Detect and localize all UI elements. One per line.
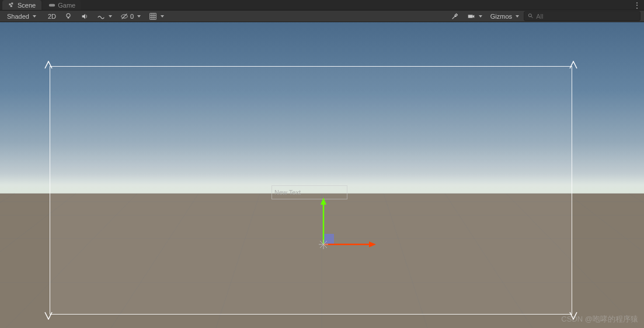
camera-icon <box>467 12 475 20</box>
effects-dropdown[interactable] <box>93 11 116 22</box>
eye-off-icon <box>120 12 128 20</box>
tabs-row: Scene Game ⋮ <box>0 0 644 11</box>
svg-rect-1 <box>11 2 13 4</box>
svg-rect-8 <box>468 15 472 18</box>
svg-point-4 <box>67 13 70 17</box>
shading-mode-label: Shaded <box>7 13 29 20</box>
tools-button[interactable] <box>447 11 462 22</box>
gizmos-label: Gizmos <box>490 13 512 20</box>
lightbulb-icon <box>64 12 72 20</box>
rect-handle-bl[interactable] <box>44 312 53 320</box>
rect-handle-br[interactable] <box>569 312 577 320</box>
shading-mode-dropdown[interactable]: Shaded <box>4 11 40 22</box>
grid-icon <box>149 12 157 20</box>
svg-rect-2 <box>11 5 12 7</box>
grid-dropdown[interactable] <box>145 11 168 22</box>
svg-rect-0 <box>9 4 11 5</box>
gizmos-dropdown[interactable]: Gizmos <box>487 11 523 22</box>
scene-viewport[interactable]: New Text CSDN @咆哮的程序猿 <box>0 22 644 328</box>
audio-toggle-button[interactable] <box>77 11 92 22</box>
search-input[interactable] <box>536 13 636 20</box>
svg-rect-3 <box>49 4 55 6</box>
rect-handle-tl[interactable] <box>44 61 53 69</box>
search-box[interactable] <box>524 11 640 21</box>
scene-icon <box>8 2 15 9</box>
2d-toggle-button[interactable]: 2D <box>44 11 60 22</box>
rect-handle-tr[interactable] <box>569 61 577 69</box>
canvas-rect-outline[interactable] <box>50 66 572 315</box>
svg-point-9 <box>528 14 531 17</box>
tools-icon <box>451 12 459 20</box>
tab-game-label: Game <box>58 2 75 9</box>
2d-toggle-label: 2D <box>48 13 56 20</box>
tab-scene[interactable]: Scene <box>2 0 41 10</box>
panel-menu-icon[interactable]: ⋮ <box>633 1 640 10</box>
tab-scene-label: Scene <box>18 2 36 9</box>
svg-rect-5 <box>68 17 69 18</box>
effects-icon <box>97 12 105 20</box>
hidden-objects-dropdown[interactable]: 0 <box>117 11 144 22</box>
tab-game[interactable]: Game <box>43 0 81 10</box>
svg-line-10 <box>531 16 533 18</box>
scene-toolbar: Shaded 2D 0 Gizmos <box>0 11 644 22</box>
lighting-toggle-button[interactable] <box>61 11 76 22</box>
game-icon <box>48 2 55 9</box>
camera-dropdown[interactable] <box>464 11 486 22</box>
search-icon <box>528 13 534 19</box>
speaker-icon <box>81 12 89 20</box>
hidden-count-label: 0 <box>130 13 134 20</box>
